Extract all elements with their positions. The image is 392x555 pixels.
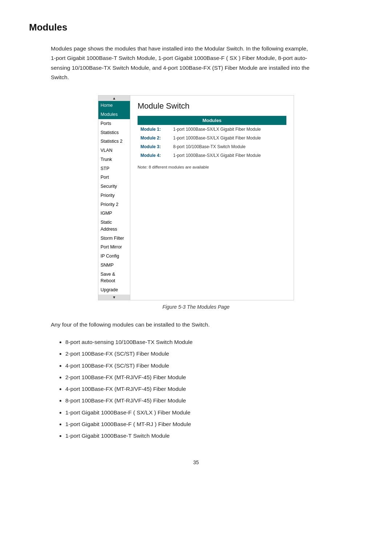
page-title: Modules: [29, 22, 363, 33]
list-item: 2-port 100Base-FX (MT-RJ/VF-45) Fiber Mo…: [65, 372, 363, 383]
intro-text: Modules page shows the modules that have…: [51, 44, 312, 82]
table-row: Module 1: 1-port 1000Base-SX/LX Gigabit …: [138, 125, 286, 134]
sidebar-item-ports[interactable]: Ports: [98, 119, 130, 128]
module-label: Module 1:: [138, 125, 170, 134]
sidebar-item-static-address[interactable]: Static Address: [98, 218, 130, 234]
note-text: Note: 8 different modules are available: [138, 165, 286, 169]
list-item: 2-port 100Base-FX (SC/ST) Fiber Module: [65, 348, 363, 359]
module-value: 1-port 1000Base-SX/LX Gigabit Fiber Modu…: [170, 151, 286, 160]
page-number: 35: [29, 459, 363, 465]
sidebar-item-ip-config[interactable]: IP Config: [98, 252, 130, 261]
sidebar-item-stp[interactable]: STP: [98, 164, 130, 173]
list-item: 8-port 100Base-FX (MT-RJ/VF-45) Fiber Mo…: [65, 395, 363, 406]
module-label: Module 4:: [138, 151, 170, 160]
figure-caption: Figure 5-3 The Modules Page: [29, 304, 363, 310]
main-panel: Module Switch Modules Module 1: 1-port 1…: [130, 96, 294, 300]
body-text: Any four of the following modules can be…: [51, 320, 312, 329]
module-value: 1-port 1000Base-SX/LX Gigabit Fiber Modu…: [170, 125, 286, 134]
list-item: 8-port auto-sensing 10/100Base-TX Switch…: [65, 337, 363, 348]
list-item: 4-port 100Base-FX (SC/ST) Fiber Module: [65, 360, 363, 371]
sidebar-item-storm-filter[interactable]: Storm Filter: [98, 234, 130, 243]
sidebar-item-upgrade[interactable]: Upgrade: [98, 285, 130, 295]
figure-container: ▲ Home Modules Ports Statistics Statisti…: [29, 95, 363, 300]
table-header: Modules: [138, 116, 286, 125]
sidebar-item-save-reboot[interactable]: Save & Reboot: [98, 270, 130, 286]
sidebar-item-statistics[interactable]: Statistics: [98, 128, 130, 137]
table-row: Module 4: 1-port 1000Base-SX/LX Gigabit …: [138, 151, 286, 160]
table-row: Module 2: 1-port 1000Base-SX/LX Gigabit …: [138, 134, 286, 142]
sidebar-item-priority2[interactable]: Priority 2: [98, 200, 130, 209]
sidebar-item-home[interactable]: Home: [98, 101, 130, 110]
sidebar-item-trunk[interactable]: Trunk: [98, 155, 130, 164]
sidebar-item-statistics2[interactable]: Statistics 2: [98, 137, 130, 146]
sidebar-item-priority[interactable]: Priority: [98, 191, 130, 200]
sidebar-item-modules[interactable]: Modules: [98, 110, 130, 119]
screenshot-box: ▲ Home Modules Ports Statistics Statisti…: [98, 95, 294, 300]
sidebar: ▲ Home Modules Ports Statistics Statisti…: [98, 96, 130, 300]
module-value: 8-port 10/100Base-TX Switch Module: [170, 142, 286, 151]
sidebar-item-vlan[interactable]: VLAN: [98, 146, 130, 155]
module-label: Module 2:: [138, 134, 170, 142]
table-row: Module 3: 8-port 10/100Base-TX Switch Mo…: [138, 142, 286, 151]
modules-table: Modules Module 1: 1-port 1000Base-SX/LX …: [138, 116, 286, 160]
sidebar-item-security[interactable]: Security: [98, 182, 130, 191]
sidebar-item-port-mirror[interactable]: Port Mirror: [98, 243, 130, 252]
bullet-list: 8-port auto-sensing 10/100Base-TX Switch…: [65, 337, 363, 441]
module-label: Module 3:: [138, 142, 170, 151]
sidebar-scroll-down[interactable]: ▼: [98, 295, 130, 300]
sidebar-item-port[interactable]: Port: [98, 173, 130, 182]
sidebar-item-snmp[interactable]: SNMP: [98, 261, 130, 270]
sidebar-item-igmp[interactable]: IGMP: [98, 209, 130, 218]
module-value: 1-port 1000Base-SX/LX Gigabit Fiber Modu…: [170, 134, 286, 142]
list-item: 4-port 100Base-FX (MT-RJ/VF-45) Fiber Mo…: [65, 384, 363, 394]
sidebar-scroll-up[interactable]: ▲: [98, 96, 130, 101]
list-item: 1-port Gigabit 1000Base-F ( MT-RJ ) Fibe…: [65, 419, 363, 430]
list-item: 1-port Gigabit 1000Base-T Switch Module: [65, 430, 363, 441]
panel-title: Module Switch: [138, 101, 286, 111]
list-item: 1-port Gigabit 1000Base-F ( SX/LX ) Fibe…: [65, 407, 363, 418]
